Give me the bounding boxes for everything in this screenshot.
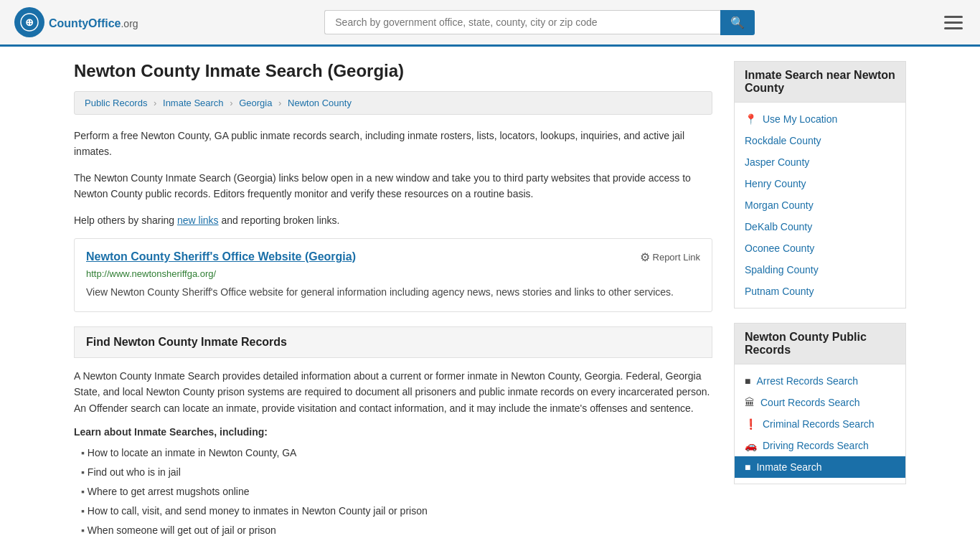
bullet-item: When someone will get out of jail or pri…: [81, 521, 712, 540]
learn-bullet-list: How to locate an inmate in Newton County…: [74, 443, 712, 540]
nearby-inmate-search-section: Inmate Search near Newton County 📍 Use M…: [734, 61, 906, 309]
arrest-records-link[interactable]: ■ Arrest Records Search: [735, 370, 905, 392]
criminal-records-link[interactable]: ❗ Criminal Records Search: [735, 413, 905, 435]
sidebar-link-morgan[interactable]: Morgan County: [735, 194, 905, 216]
search-input[interactable]: [324, 10, 720, 34]
criminal-records-label: Criminal Records Search: [763, 418, 875, 430]
menu-bar-2: [944, 22, 963, 24]
bullet-item: Find out who is in jail: [81, 463, 712, 482]
inmate-search-label: Inmate Search: [756, 461, 821, 473]
search-button[interactable]: 🔍: [720, 10, 755, 35]
breadcrumb-inmate-search[interactable]: Inmate Search: [163, 98, 224, 108]
menu-bar-3: [944, 27, 963, 29]
breadcrumb-sep-3: ›: [278, 98, 281, 108]
description-1: Perform a free Newton County, GA public …: [74, 128, 712, 160]
sidebar-link-dekalb[interactable]: DeKalb County: [735, 216, 905, 237]
menu-bar-1: [944, 16, 963, 18]
search-icon: 🔍: [730, 17, 745, 29]
sidebar-link-label: Henry County: [745, 178, 806, 189]
site-header: ⊕ CountyOffice.org 🔍: [0, 0, 980, 47]
sidebar: Inmate Search near Newton County 📍 Use M…: [734, 61, 906, 540]
location-icon: 📍: [745, 113, 757, 125]
sidebar-link-label: Rockdale County: [745, 135, 821, 146]
court-records-link[interactable]: 🏛 Court Records Search: [735, 392, 905, 413]
breadcrumb: Public Records › Inmate Search › Georgia…: [74, 91, 712, 115]
sidebar-link-label: Putnam County: [745, 286, 814, 297]
court-records-label: Court Records Search: [760, 397, 860, 408]
bullet-item: Where to get arrest mugshots online: [81, 482, 712, 501]
link-card-header: Newton County Sheriff's Office Website (…: [86, 250, 700, 264]
main-container: Newton County Inmate Search (Georgia) Pu…: [60, 47, 920, 551]
learn-heading: Learn about Inmate Searches, including:: [74, 426, 712, 438]
breadcrumb-sep-1: ›: [154, 98, 156, 108]
link-card-url: http://www.newtonsheriffga.org/: [86, 268, 700, 279]
sidebar-link-label: Jasper County: [745, 156, 809, 168]
sidebar-link-rockdale[interactable]: Rockdale County: [735, 130, 905, 151]
sidebar-link-putnam[interactable]: Putnam County: [735, 281, 905, 302]
report-icon: ⚙: [640, 250, 650, 264]
use-my-location-link[interactable]: 📍 Use My Location: [735, 108, 905, 130]
new-links-link[interactable]: new links: [177, 215, 219, 226]
sheriff-link-card: Newton County Sheriff's Office Website (…: [74, 238, 712, 312]
svg-text:⊕: ⊕: [25, 17, 34, 28]
sheriff-office-link[interactable]: Newton County Sheriff's Office Website (…: [86, 250, 356, 263]
inmate-icon: ■: [745, 461, 750, 473]
breadcrumb-georgia[interactable]: Georgia: [239, 98, 272, 108]
breadcrumb-sep-2: ›: [230, 98, 232, 108]
search-area: 🔍: [324, 10, 755, 35]
nearby-section-body: 📍 Use My Location Rockdale County Jasper…: [734, 102, 906, 309]
main-content: Newton County Inmate Search (Georgia) Pu…: [74, 61, 712, 540]
breadcrumb-public-records[interactable]: Public Records: [85, 98, 147, 108]
page-title: Newton County Inmate Search (Georgia): [74, 61, 712, 81]
logo-text: CountyOffice.org: [49, 14, 138, 31]
bullet-item: How to locate an inmate in Newton County…: [81, 443, 712, 463]
description-2: The Newton County Inmate Search (Georgia…: [74, 170, 712, 202]
inmate-search-link[interactable]: ■ Inmate Search: [735, 456, 905, 478]
sidebar-link-label: DeKalb County: [745, 221, 812, 232]
logo-area: ⊕ CountyOffice.org: [14, 7, 138, 37]
criminal-icon: ❗: [745, 418, 757, 430]
driving-records-link[interactable]: 🚗 Driving Records Search: [735, 435, 905, 456]
description-3: Help others by sharing new links and rep…: [74, 212, 712, 228]
menu-button[interactable]: [941, 13, 966, 32]
sidebar-link-jasper[interactable]: Jasper County: [735, 151, 905, 173]
court-icon: 🏛: [745, 397, 755, 408]
arrest-icon: ■: [745, 375, 750, 387]
nearby-section-title: Inmate Search near Newton County: [734, 61, 906, 102]
report-link-button[interactable]: ⚙ Report Link: [640, 250, 700, 264]
use-my-location-label: Use My Location: [763, 113, 837, 125]
find-records-section-header: Find Newton County Inmate Records: [74, 326, 712, 358]
link-card-description: View Newton County Sheriff's Office webs…: [86, 285, 700, 300]
find-records-heading: Find Newton County Inmate Records: [86, 336, 700, 349]
sidebar-link-oconee[interactable]: Oconee County: [735, 237, 905, 259]
sidebar-link-spalding[interactable]: Spalding County: [735, 259, 905, 281]
driving-icon: 🚗: [745, 440, 757, 451]
public-records-section-body: ■ Arrest Records Search 🏛 Court Records …: [734, 364, 906, 484]
find-records-body: A Newton County Inmate Search provides d…: [74, 368, 712, 416]
sidebar-link-label: Oconee County: [745, 242, 814, 254]
bullet-item: How to call, visit, and send money to in…: [81, 501, 712, 521]
sidebar-link-label: Morgan County: [745, 199, 814, 211]
public-records-section-title: Newton County Public Records: [734, 323, 906, 364]
arrest-records-label: Arrest Records Search: [756, 375, 858, 387]
sidebar-link-label: Spalding County: [745, 264, 819, 276]
logo-icon: ⊕: [14, 7, 44, 37]
sidebar-link-henry[interactable]: Henry County: [735, 173, 905, 194]
public-records-section: Newton County Public Records ■ Arrest Re…: [734, 323, 906, 484]
breadcrumb-newton-county[interactable]: Newton County: [288, 98, 352, 108]
driving-records-label: Driving Records Search: [763, 440, 869, 451]
